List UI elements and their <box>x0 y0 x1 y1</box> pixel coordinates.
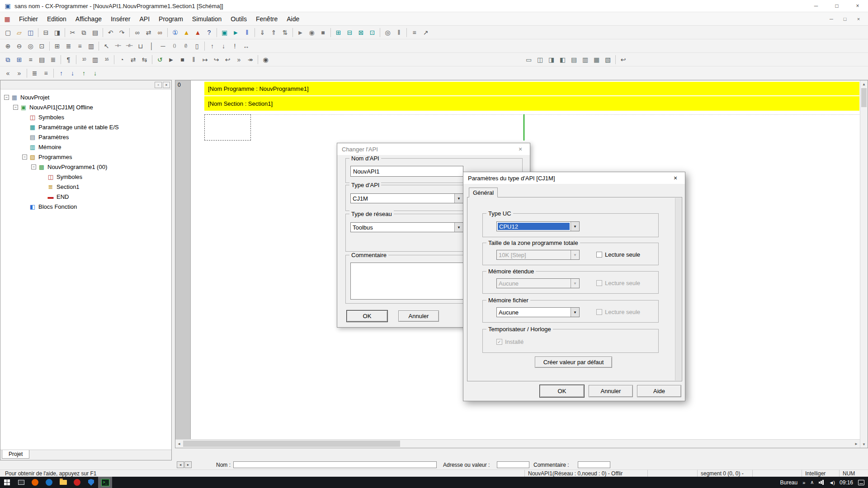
operand-address-field[interactable] <box>497 461 529 468</box>
continuous-step-run-icon[interactable]: » <box>233 54 245 65</box>
show-io-comments-icon[interactable]: ▤ <box>568 54 580 65</box>
menu-item-5[interactable]: Program <box>154 12 188 25</box>
toggle-project-window-icon[interactable]: ⊞ <box>333 27 344 38</box>
toggle-grid-icon[interactable]: ⊞ <box>52 41 63 52</box>
network-icon[interactable] <box>819 480 824 485</box>
network-type-combo[interactable]: Toolbus ▼ <box>350 222 463 232</box>
cross-reference-report-icon[interactable]: ⇄ <box>127 54 139 65</box>
undo-icon[interactable]: ↶ <box>105 27 116 38</box>
make-default-button[interactable]: Créer valeur par défaut <box>535 357 612 368</box>
next-input-jump-icon[interactable]: ↓ <box>67 68 78 79</box>
show-program-comments-icon[interactable]: ▭ <box>523 54 534 65</box>
mnemonics-view-icon[interactable]: ≡ <box>25 54 36 65</box>
zoom-in-icon[interactable]: ⊕ <box>2 41 14 52</box>
cancel-button[interactable]: Annuler <box>589 385 633 397</box>
close-button[interactable]: × <box>847 0 868 12</box>
new-vertical-line-icon[interactable]: │ <box>146 41 157 52</box>
show-section-comments-icon[interactable]: ◫ <box>534 54 546 65</box>
new-horizontal-line-icon[interactable]: ─ <box>157 41 169 52</box>
cancel-button[interactable]: Annuler <box>398 310 439 322</box>
pause-simulator-icon[interactable]: ‖ <box>241 27 253 38</box>
tree-expand-toggle[interactable]: − <box>31 164 36 169</box>
tab-general[interactable]: Général <box>469 188 498 197</box>
vertical-scrollbar[interactable]: ▲ ▼ <box>860 80 868 448</box>
watch-window-icon[interactable]: ◔ <box>116 54 127 65</box>
download-to-plc-icon[interactable]: ⇓ <box>257 27 268 38</box>
next-output-jump-icon[interactable]: ↓ <box>90 68 101 79</box>
show-rung-numbers-icon[interactable]: ◧ <box>557 54 568 65</box>
pause-monitoring-icon[interactable]: ‖ <box>393 27 405 38</box>
task-view-button[interactable] <box>14 477 28 488</box>
menu-item-7[interactable]: Outils <box>226 12 251 25</box>
invert-instruction-icon[interactable]: ↔ <box>241 41 252 52</box>
simulator-pause-icon[interactable]: ‖ <box>188 54 199 65</box>
menu-item-8[interactable]: Fenêtre <box>251 12 282 25</box>
differential-monitoring-icon[interactable]: ◉ <box>260 54 271 65</box>
find-icon[interactable]: ∞ <box>132 27 143 38</box>
step-in-icon[interactable]: ↪ <box>211 54 222 65</box>
taskbar-browser[interactable] <box>42 477 56 488</box>
dialog-title-bar[interactable]: Paramètres du type d'API [CJ1M] × <box>463 172 685 184</box>
tree-item-programmes[interactable]: −▧Programmes <box>0 152 171 162</box>
scroll-left-arrow[interactable]: ◄ <box>175 440 183 448</box>
volume-icon[interactable]: ◄) <box>829 480 835 485</box>
vertical-scroll-thumb[interactable] <box>861 88 867 107</box>
select-mode-icon[interactable]: ↖ <box>101 41 112 52</box>
tree-expand-toggle[interactable]: − <box>13 105 18 110</box>
minimize-button[interactable]: ─ <box>806 0 826 12</box>
action-center-icon[interactable] <box>858 480 864 485</box>
new-or-contact-icon[interactable]: ⊔ <box>135 41 146 52</box>
new-closed-coil-icon[interactable]: (/) <box>180 41 191 52</box>
show-symbol-comments-icon[interactable]: ▦ <box>591 54 602 65</box>
start-button[interactable] <box>0 477 14 488</box>
redo-icon[interactable]: ↷ <box>116 27 127 38</box>
new-closed-contact-icon[interactable]: ⊣/⊢ <box>123 41 135 52</box>
find-in-project-icon[interactable]: ∞ <box>154 27 165 38</box>
child-window-icon[interactable]: ▦ <box>3 15 11 23</box>
options-icon[interactable]: ≡ <box>409 27 420 38</box>
show-monitor-boxes-icon[interactable]: ▧ <box>602 54 613 65</box>
step-run-icon[interactable]: ↦ <box>199 54 211 65</box>
previous-output-jump-icon[interactable]: ↑ <box>78 68 90 79</box>
section-comment[interactable]: [Nom Section : Section1] <box>204 96 859 111</box>
toggle-output-window-icon[interactable]: ⊟ <box>344 27 355 38</box>
child-restore-button[interactable]: □ <box>838 12 852 25</box>
work-online-icon[interactable]: ▣ <box>219 27 230 38</box>
operand-comment-field[interactable] <box>578 461 610 468</box>
tray-overflow-chevron-icon[interactable]: ∧ <box>810 479 814 485</box>
tree-item-nouvapi1[interactable]: −▣NouvAPI1[CJ1M] Offline <box>0 102 171 112</box>
cascade-windows-icon[interactable]: ⧉ <box>2 54 14 65</box>
differentiate-up-icon[interactable]: ↑ <box>207 41 218 52</box>
address-reference-tool-icon[interactable]: ⇆ <box>139 54 150 65</box>
ok-button[interactable]: OK <box>347 310 387 322</box>
tree-item-nouvprojet[interactable]: −▦NouvProjet <box>0 92 171 102</box>
compile-all-programs-icon[interactable]: ▲ <box>192 27 203 38</box>
menu-item-1[interactable]: Edition <box>42 12 71 25</box>
scroll-right-arrow[interactable]: ► <box>853 440 860 448</box>
step-out-icon[interactable]: ↩ <box>222 54 233 65</box>
menu-item-0[interactable]: Fichier <box>14 12 42 25</box>
pane-next-button[interactable]: ► <box>184 461 192 468</box>
rung-list-icon[interactable]: ≣ <box>29 68 40 79</box>
copy-icon[interactable]: ⧉ <box>78 27 90 38</box>
scan-run-icon[interactable]: ↠ <box>245 54 256 65</box>
comment-list-icon[interactable]: ≡ <box>40 68 52 79</box>
print-preview-icon[interactable]: ◨ <box>52 27 63 38</box>
taskbar-cx-programmer[interactable]: >_ <box>98 477 112 488</box>
new-contact-icon[interactable]: ⊣⊢ <box>112 41 123 52</box>
tree-item-symboles[interactable]: ◫Symboles <box>0 112 171 122</box>
scroll-up-arrow[interactable]: ▲ <box>860 80 868 88</box>
transfer-settings-icon[interactable]: ↗ <box>420 27 431 38</box>
panel-splitter[interactable] <box>172 80 175 460</box>
simulator-stop-icon[interactable]: ■ <box>177 54 188 65</box>
new-file-icon[interactable]: ▢ <box>2 27 14 38</box>
dropdown-arrow-icon[interactable]: ▼ <box>571 308 579 317</box>
show-instruction-comments-icon[interactable]: ▥ <box>580 54 591 65</box>
tree-item-nouvprogramme1[interactable]: −▩NouvProgramme1 (00) <box>0 162 171 172</box>
monitor-mode-icon[interactable]: ◉ <box>306 27 317 38</box>
pane-previous-button[interactable]: ◄ <box>177 461 184 468</box>
print-icon[interactable]: ⊟ <box>40 27 52 38</box>
tile-windows-icon[interactable]: ⊞ <box>14 54 25 65</box>
dropdown-arrow-icon[interactable]: ▼ <box>454 194 463 203</box>
plc-type-combo[interactable]: CJ1M ▼ <box>350 193 463 203</box>
